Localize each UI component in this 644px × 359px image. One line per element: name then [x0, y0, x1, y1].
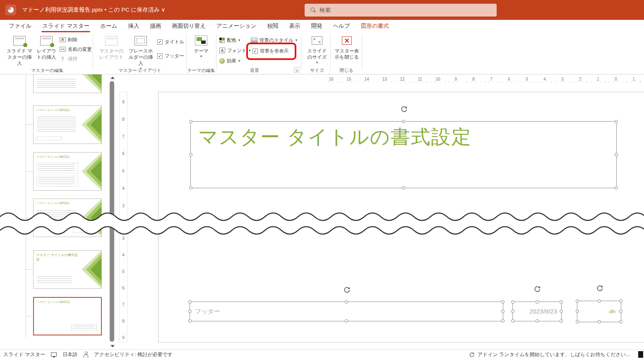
- selection-handle[interactable]: [536, 300, 539, 304]
- selection-handle[interactable]: [576, 320, 579, 323]
- selection-handle[interactable]: [188, 310, 192, 313]
- colors-button[interactable]: 配色 ▾: [219, 36, 240, 44]
- notes-button-cutoff[interactable]: [638, 351, 643, 358]
- scrollbar-up-arrow[interactable]: [111, 77, 115, 79]
- tab-view[interactable]: 表示: [284, 20, 305, 32]
- selection-handle[interactable]: [188, 300, 192, 304]
- search-input[interactable]: 検索: [305, 4, 497, 17]
- close-master-label: マスター表示を閉じる: [334, 48, 360, 60]
- display-settings-icon[interactable]: [51, 352, 57, 357]
- selection-handle[interactable]: [576, 299, 579, 303]
- effects-button[interactable]: 効果 ▾: [219, 57, 240, 65]
- selection-handle[interactable]: [560, 300, 563, 304]
- selection-handle[interactable]: [511, 300, 514, 304]
- selection-handle[interactable]: [619, 310, 622, 313]
- insert-placeholder-label: プレースホルダーの挿入: [127, 48, 155, 67]
- ribbon: スライド マスターの挿入 レイアウトの挿入 削除 名前の変更 保持 マスターの編…: [0, 32, 644, 74]
- title-checkbox[interactable]: ✓ タイトル: [157, 38, 184, 45]
- scrollbar-down-arrow[interactable]: [111, 345, 115, 347]
- tab-draw[interactable]: 描画: [144, 20, 166, 32]
- colors-icon: [219, 38, 225, 43]
- selection-handle[interactable]: [189, 120, 192, 123]
- selection-handle[interactable]: [536, 319, 539, 323]
- close-master-view-button[interactable]: マスター表示を閉じる: [334, 34, 360, 60]
- footer-placeholder[interactable]: フッター: [190, 302, 503, 321]
- selection-handle[interactable]: [511, 310, 514, 313]
- selection-handle[interactable]: [345, 319, 348, 323]
- insert-placeholder-button[interactable]: プレースホルダーの挿入 ▾: [127, 34, 155, 72]
- tab-developer[interactable]: 開発: [305, 20, 327, 32]
- ruler-number: 10: [435, 77, 440, 81]
- selection-handle[interactable]: [189, 186, 192, 189]
- background-styles-button[interactable]: 背景のスタイル ▾: [251, 36, 297, 44]
- layout-thumbnail[interactable]: マスター タイトルの書式設定: [33, 250, 102, 289]
- selection-handle[interactable]: [619, 299, 622, 303]
- selection-handle[interactable]: [345, 300, 348, 304]
- background-dialog-launcher[interactable]: ↘: [294, 67, 299, 73]
- ruler-number: 7: [489, 77, 494, 81]
- chevron-down-icon: ▾: [238, 59, 240, 63]
- scrollbar-thumb[interactable]: [110, 81, 114, 342]
- title-placeholder[interactable]: マスター タイトルの書式設定: [190, 121, 617, 188]
- accessibility-status[interactable]: アクセシビリティ: 検討が必要です: [94, 351, 173, 358]
- layout-thumbnail[interactable]: マスター タイトルの書式設定: [33, 152, 102, 191]
- insert-slide-master-button[interactable]: スライド マスターの挿入: [6, 34, 33, 67]
- powerpoint-logo-icon[interactable]: [5, 5, 16, 15]
- selection-handle[interactable]: [511, 319, 514, 323]
- tab-shape-format[interactable]: 図形の書式: [356, 20, 394, 32]
- tab-home[interactable]: ホーム: [95, 20, 123, 32]
- selection-handle[interactable]: [615, 186, 618, 189]
- layout-thumbnail[interactable]: [33, 74, 102, 93]
- selection-handle[interactable]: [188, 319, 192, 323]
- selection-handle[interactable]: [501, 319, 505, 323]
- tab-insert[interactable]: 挿入: [123, 20, 144, 32]
- date-placeholder[interactable]: 2023/8/23: [512, 302, 562, 321]
- selection-handle[interactable]: [402, 186, 405, 189]
- tab-help[interactable]: ヘルプ: [327, 20, 355, 32]
- selection-handle[interactable]: [560, 310, 563, 313]
- selection-handle[interactable]: [501, 300, 505, 304]
- group-separator: [93, 34, 93, 70]
- rename-button[interactable]: 名前の変更: [60, 45, 92, 53]
- hierarchy-stub: [26, 269, 33, 270]
- slide-size-button[interactable]: スライドのサイズ ▾: [305, 34, 329, 65]
- tab-slide-master[interactable]: スライド マスター: [37, 20, 95, 32]
- selection-handle[interactable]: [402, 120, 405, 123]
- delete-button[interactable]: 削除: [60, 36, 77, 44]
- footer-checkbox[interactable]: ✓ フッター: [157, 52, 184, 60]
- selection-handle[interactable]: [615, 153, 618, 156]
- tab-review[interactable]: 校閲: [262, 20, 284, 32]
- selection-handle[interactable]: [598, 299, 601, 303]
- selection-handle[interactable]: [560, 319, 563, 323]
- group-label-master-layout: マスター レイアウト: [94, 67, 185, 74]
- tab-animations[interactable]: アニメーション: [211, 20, 262, 32]
- selection-handle[interactable]: [615, 120, 618, 123]
- checkbox-checked-icon: ✓: [157, 39, 163, 45]
- thumbnail-title-text: マスター タイトルの書式設定: [37, 300, 70, 304]
- slide-number-placeholder[interactable]: ‹#›: [577, 301, 621, 322]
- layout-thumbnail-selected[interactable]: マスター タイトルの書式設定: [33, 297, 102, 335]
- tab-transitions[interactable]: 画面切り替え: [166, 20, 211, 32]
- fonts-button[interactable]: フォント ▾: [219, 46, 251, 55]
- layout-thumbnail[interactable]: マスター タイトルの書式設定: [33, 199, 102, 237]
- selection-handle[interactable]: [501, 310, 505, 313]
- selection-handle[interactable]: [598, 320, 601, 323]
- selection-handle[interactable]: [576, 310, 579, 313]
- theme-decoration: [82, 106, 101, 144]
- tab-file[interactable]: ファイル: [3, 20, 37, 32]
- slide-thumbnail-panel: マスター タイトルの書式設定 マスター タイトルの書式設定 マスター タイトルの…: [0, 74, 120, 349]
- layout-thumbnail[interactable]: マスター タイトルの書式設定: [33, 105, 102, 144]
- rotate-handle[interactable]: [596, 284, 603, 292]
- selection-handle[interactable]: [619, 320, 622, 323]
- rotate-handle[interactable]: [533, 285, 541, 292]
- rotate-handle[interactable]: [400, 105, 408, 112]
- master-layout-button[interactable]: マスターのレイアウト: [99, 34, 124, 60]
- chevron-down-icon: ▾: [200, 54, 202, 59]
- insert-layout-button[interactable]: レイアウトの挿入: [35, 34, 58, 60]
- hide-background-checkbox[interactable]: ✓ 背景を非表示: [252, 47, 288, 55]
- rotate-handle[interactable]: [343, 286, 351, 293]
- selection-handle[interactable]: [189, 153, 192, 156]
- language-indicator[interactable]: 日本語: [62, 351, 77, 358]
- themes-button[interactable]: テーマ ▾: [190, 34, 213, 59]
- preserve-button[interactable]: 保持: [60, 55, 77, 63]
